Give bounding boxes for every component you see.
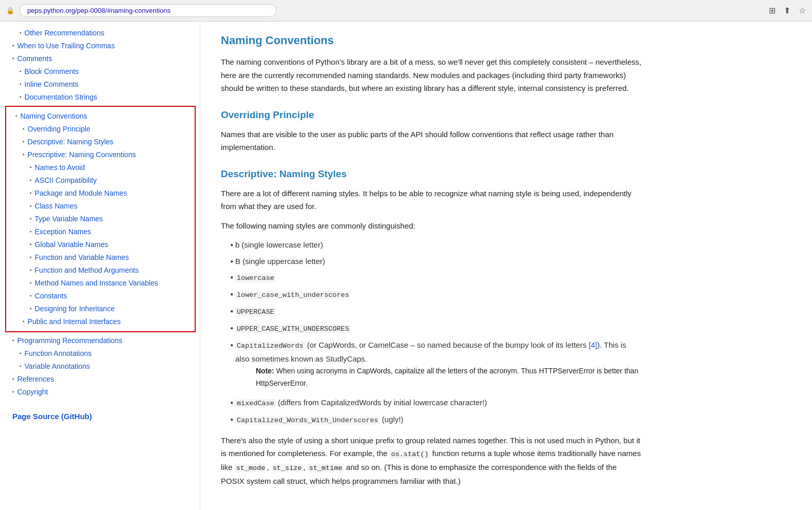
descriptive-title: Descriptive: Naming Styles <box>221 168 642 180</box>
sidebar-item-constants[interactable]: ▪ Constants <box>30 290 193 303</box>
sidebar-item-package-module-names[interactable]: ▪ Package and Module Names <box>30 187 193 200</box>
bullet-icon: ▪ <box>12 389 14 394</box>
bullet-icon: ▪ <box>30 177 32 183</box>
sidebar-link-programming-recommendations[interactable]: Programming Recommendations <box>17 335 123 346</box>
sidebar-link-other-recommendations[interactable]: Other Recommendations <box>25 28 105 39</box>
sidebar-link-references[interactable]: References <box>17 374 54 385</box>
sidebar-link-class-names[interactable]: Class Names <box>35 201 78 212</box>
sidebar-link-public-internal[interactable]: Public and Internal Interfaces <box>28 316 121 327</box>
sidebar-item-overriding-principle[interactable]: ▪ Overriding Principle <box>23 123 193 136</box>
code-mixedcase: mixedCase <box>235 399 276 408</box>
page-source-link[interactable]: Page Source (GitHub) <box>12 412 92 421</box>
browser-action-icons: ⊞ ⬆ ☆ <box>769 6 806 15</box>
bullet-icon: ▪ <box>12 43 14 48</box>
sidebar-link-doc-strings[interactable]: Documentation Strings <box>25 92 98 103</box>
sidebar-item-type-variable-names[interactable]: ▪ Type Variable Names <box>30 213 193 225</box>
sidebar-item-function-method-args[interactable]: ▪ Function and Method Arguments <box>30 264 193 277</box>
sidebar-link-function-annotations[interactable]: Function Annotations <box>25 348 92 359</box>
sidebar-item-trailing-commas[interactable]: ▪ When to Use Trailing Commas <box>12 40 200 52</box>
sidebar-item-names-to-avoid[interactable]: ▪ Names to Avoid <box>30 161 193 174</box>
sidebar-item-public-internal[interactable]: ▪ Public and Internal Interfaces <box>23 315 193 328</box>
sidebar: ▪ Other Recommendations ▪ When to Use Tr… <box>0 22 200 510</box>
sidebar-item-doc-strings[interactable]: ▪ Documentation Strings <box>20 91 200 104</box>
sidebar-item-function-variable-names[interactable]: ▪ Function and Variable Names <box>30 251 193 264</box>
url-bar[interactable]: peps.python.org/pep-0008/#naming-convent… <box>20 4 276 17</box>
main-layout: ▪ Other Recommendations ▪ When to Use Tr… <box>0 22 812 510</box>
code-st-mode: st_mode <box>235 464 267 473</box>
sidebar-link-designing-inheritance[interactable]: Designing for Inheritance <box>35 304 115 314</box>
lock-icon: 🔒 <box>6 7 14 14</box>
translate-icon[interactable]: ⊞ <box>769 6 776 15</box>
bookmark-icon[interactable]: ☆ <box>799 6 806 15</box>
bullet-icon: ▪ <box>23 126 25 131</box>
sidebar-item-prescriptive-naming[interactable]: ▪ Prescriptive: Naming Conventions <box>23 148 193 161</box>
descriptive-styles-intro: The following naming styles are commonly… <box>221 219 642 233</box>
sidebar-link-method-names-instance-vars[interactable]: Method Names and Instance Variables <box>35 278 158 289</box>
sidebar-link-names-to-avoid[interactable]: Names to Avoid <box>35 162 85 173</box>
sidebar-link-inline-comments[interactable]: Inline Comments <box>25 79 79 90</box>
sidebar-link-type-variable-names[interactable]: Type Variable Names <box>35 214 103 224</box>
bullet-icon: ▪ <box>30 267 32 273</box>
sidebar-item-class-names[interactable]: ▪ Class Names <box>30 200 193 213</box>
sidebar-link-function-method-args[interactable]: Function and Method Arguments <box>35 265 139 276</box>
sidebar-item-ascii-compat[interactable]: ▪ ASCII Compatibility <box>30 174 193 187</box>
code-lowercase: lowercase <box>235 274 276 282</box>
sidebar-item-descriptive-naming[interactable]: ▪ Descriptive: Naming Styles <box>23 136 193 148</box>
sidebar-link-variable-annotations[interactable]: Variable Annotations <box>25 361 90 372</box>
sidebar-link-constants[interactable]: Constants <box>35 291 67 301</box>
bullet-icon: ▪ <box>12 376 14 382</box>
there-also-paragraph: There's also the style of using a short … <box>221 434 642 488</box>
note-label: Note: <box>256 367 274 375</box>
bullet-icon: ▪ <box>23 152 25 157</box>
list-item-mixedcase: mixedCase (differs from CapitalizedWords… <box>235 396 642 410</box>
browser-chrome: 🔒 peps.python.org/pep-0008/#naming-conve… <box>0 0 812 22</box>
sidebar-item-comments[interactable]: ▪ Comments <box>12 52 200 65</box>
bullet-icon: ▪ <box>30 280 32 286</box>
bullet-icon: ▪ <box>30 293 32 298</box>
sidebar-link-exception-names[interactable]: Exception Names <box>35 226 91 237</box>
sidebar-item-naming-conventions[interactable]: ▪ Naming Conventions <box>15 110 193 123</box>
bullet-icon: ▪ <box>23 139 25 144</box>
sidebar-item-global-variable-names[interactable]: ▪ Global Variable Names <box>30 238 193 251</box>
sidebar-link-naming-conventions[interactable]: Naming Conventions <box>21 111 87 122</box>
main-content: Naming Conventions The naming convention… <box>200 22 663 510</box>
bullet-icon: ▪ <box>30 254 32 260</box>
bullet-icon: ▪ <box>30 164 32 170</box>
naming-conventions-highlight-box: ▪ Naming Conventions ▪ Overriding Princi… <box>5 106 196 332</box>
sidebar-link-descriptive-naming[interactable]: Descriptive: Naming Styles <box>28 137 114 147</box>
overriding-principle-text: Names that are visible to the user as pu… <box>221 128 642 154</box>
sidebar-item-variable-annotations[interactable]: ▪ Variable Annotations <box>20 360 200 373</box>
sidebar-link-comments[interactable]: Comments <box>17 53 52 64</box>
bullet-icon: ▪ <box>20 30 22 35</box>
comma-2: , <box>303 463 307 471</box>
list-item-uppercase-b: B (single uppercase letter) <box>235 255 642 268</box>
code-upper-underscores: UPPER_CASE_WITH_UNDERSCORES <box>235 325 351 333</box>
sidebar-link-ascii-compat[interactable]: ASCII Compatibility <box>35 175 97 186</box>
sidebar-item-exception-names[interactable]: ▪ Exception Names <box>30 225 193 238</box>
bullet-icon: ▪ <box>12 337 14 343</box>
list-item-lower-case-underscores: lower_case_with_underscores <box>235 288 642 301</box>
sidebar-item-other-recommendations[interactable]: ▪ Other Recommendations <box>20 27 200 40</box>
sidebar-item-references[interactable]: ▪ References <box>12 373 200 386</box>
share-icon[interactable]: ⬆ <box>784 6 790 15</box>
sidebar-link-overriding-principle[interactable]: Overriding Principle <box>28 124 90 135</box>
sidebar-item-inline-comments[interactable]: ▪ Inline Comments <box>20 78 200 91</box>
sidebar-item-copyright[interactable]: ▪ Copyright <box>12 386 200 399</box>
sidebar-item-method-names-instance-vars[interactable]: ▪ Method Names and Instance Variables <box>30 277 193 290</box>
sidebar-item-programming-recommendations[interactable]: ▪ Programming Recommendations <box>12 334 200 347</box>
sidebar-item-function-annotations[interactable]: ▪ Function Annotations <box>20 347 200 360</box>
sidebar-link-block-comments[interactable]: Block Comments <box>25 66 79 77</box>
sidebar-link-package-module-names[interactable]: Package and Module Names <box>35 188 127 199</box>
list-item-uppercase: UPPERCASE <box>235 305 642 318</box>
footnote-4-link[interactable]: [4] <box>589 341 597 349</box>
sidebar-item-block-comments[interactable]: ▪ Block Comments <box>20 65 200 78</box>
sidebar-link-global-variable-names[interactable]: Global Variable Names <box>35 239 108 250</box>
code-capwords: CapitalizedWords <box>235 342 305 350</box>
sidebar-item-designing-inheritance[interactable]: ▪ Designing for Inheritance <box>30 303 193 315</box>
sidebar-link-prescriptive-naming[interactable]: Prescriptive: Naming Conventions <box>28 149 136 160</box>
sidebar-link-trailing-commas[interactable]: When to Use Trailing Commas <box>17 41 115 51</box>
list-item-upper-underscores: UPPER_CASE_WITH_UNDERSCORES <box>235 322 642 335</box>
sidebar-link-copyright[interactable]: Copyright <box>17 387 48 398</box>
bullet-icon: ▪ <box>30 241 32 247</box>
sidebar-link-function-variable-names[interactable]: Function and Variable Names <box>35 252 129 263</box>
